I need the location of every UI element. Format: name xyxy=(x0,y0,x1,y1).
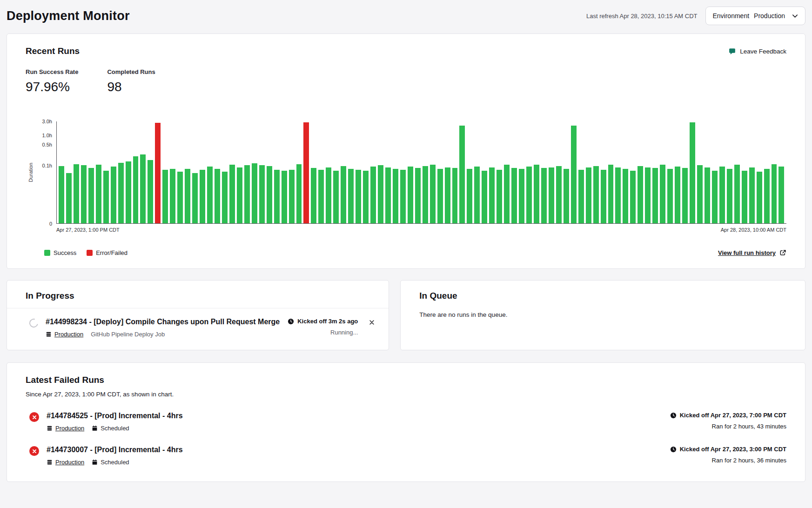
run-bar-success[interactable] xyxy=(638,166,643,223)
run-bar-success[interactable] xyxy=(504,165,510,223)
run-bar-success[interactable] xyxy=(660,165,665,223)
run-bar-success[interactable] xyxy=(393,169,398,223)
leave-feedback-link[interactable]: Leave Feedback xyxy=(728,47,786,55)
run-bar-success[interactable] xyxy=(88,168,94,223)
run-bar-success[interactable] xyxy=(445,167,450,223)
run-bar-success[interactable] xyxy=(645,167,651,223)
run-bar-success[interactable] xyxy=(126,161,131,223)
run-bar-success[interactable] xyxy=(408,167,413,223)
run-bar-success[interactable] xyxy=(66,173,72,223)
run-bar-success[interactable] xyxy=(118,163,124,223)
environment-link[interactable]: Production xyxy=(46,331,83,338)
run-bar-success[interactable] xyxy=(601,170,606,223)
run-bar-success[interactable] xyxy=(578,170,584,223)
run-bar-success[interactable] xyxy=(140,154,146,223)
view-full-run-history-link[interactable]: View full run history xyxy=(718,249,786,256)
run-bar-success[interactable] xyxy=(459,126,465,223)
run-bar-success[interactable] xyxy=(675,167,680,223)
run-bar-success[interactable] xyxy=(170,169,175,223)
run-bar-success[interactable] xyxy=(430,165,436,223)
run-bar-success[interactable] xyxy=(207,167,213,223)
run-bar-success[interactable] xyxy=(356,170,361,223)
run-bar-success[interactable] xyxy=(467,169,472,223)
run-bar-success[interactable] xyxy=(252,163,257,223)
run-bar-success[interactable] xyxy=(333,171,339,223)
run-bar-failed[interactable] xyxy=(303,122,309,223)
run-bar-success[interactable] xyxy=(705,167,710,223)
run-bar-success[interactable] xyxy=(363,171,369,223)
run-bar-success[interactable] xyxy=(652,168,658,223)
run-bar-success[interactable] xyxy=(764,169,770,223)
run-bar-success[interactable] xyxy=(200,170,205,223)
run-bar-failed[interactable] xyxy=(155,123,161,223)
run-bar-success[interactable] xyxy=(497,170,502,223)
run-bar-success[interactable] xyxy=(237,167,242,223)
run-bar-success[interactable] xyxy=(259,165,265,223)
run-bar-success[interactable] xyxy=(549,167,554,223)
run-bar-success[interactable] xyxy=(734,165,740,223)
run-bar-success[interactable] xyxy=(185,169,190,223)
run-bar-success[interactable] xyxy=(556,166,562,223)
run-bar-success[interactable] xyxy=(282,171,287,223)
run-bar-success[interactable] xyxy=(96,165,101,223)
run-bar-success[interactable] xyxy=(623,169,628,223)
run-bar-success[interactable] xyxy=(749,167,755,223)
run-bar-success[interactable] xyxy=(630,171,636,223)
run-bar-success[interactable] xyxy=(162,170,168,223)
run-bar-success[interactable] xyxy=(103,171,109,223)
run-bar-success[interactable] xyxy=(311,168,316,223)
environment-dropdown[interactable]: Environment Production xyxy=(705,7,805,25)
run-bar-success[interactable] xyxy=(215,169,220,223)
run-bar-success[interactable] xyxy=(757,172,762,223)
environment-link[interactable]: Production xyxy=(47,459,84,466)
run-bar-success[interactable] xyxy=(274,170,280,223)
run-bar-success[interactable] xyxy=(74,164,79,223)
run-bar-success[interactable] xyxy=(177,172,183,223)
run-bar-success[interactable] xyxy=(81,165,87,223)
run-bar-success[interactable] xyxy=(111,167,116,223)
run-bar-success[interactable] xyxy=(682,168,688,223)
run-bar-success[interactable] xyxy=(712,171,718,223)
run-bar-success[interactable] xyxy=(341,166,346,223)
run-bar-success[interactable] xyxy=(133,156,139,223)
run-bar-success[interactable] xyxy=(608,165,614,223)
run-bar-success[interactable] xyxy=(586,167,591,223)
run-bar-success[interactable] xyxy=(489,167,495,223)
run-bar-success[interactable] xyxy=(400,170,406,223)
run-bar-success[interactable] xyxy=(534,165,539,223)
run-bar-success[interactable] xyxy=(511,168,517,223)
close-button[interactable] xyxy=(367,318,376,327)
run-bar-success[interactable] xyxy=(697,165,703,223)
run-bar-success[interactable] xyxy=(267,166,272,223)
run-bar-success[interactable] xyxy=(423,166,428,223)
run-bar-success[interactable] xyxy=(526,167,532,223)
run-bar-success[interactable] xyxy=(452,168,458,223)
environment-link[interactable]: Production xyxy=(47,425,84,432)
run-bar-success[interactable] xyxy=(289,170,295,223)
run-bar-success[interactable] xyxy=(564,169,569,223)
run-bar-success[interactable] xyxy=(474,167,480,223)
run-bar-success[interactable] xyxy=(719,167,725,223)
run-bar-success[interactable] xyxy=(593,166,599,223)
run-bar-success[interactable] xyxy=(519,169,524,223)
run-bar-success[interactable] xyxy=(690,122,695,223)
run-bar-success[interactable] xyxy=(326,167,331,223)
run-bar-success[interactable] xyxy=(59,166,64,223)
run-bar-success[interactable] xyxy=(482,171,487,223)
run-bar-success[interactable] xyxy=(229,165,235,223)
run-bar-success[interactable] xyxy=(571,126,577,223)
run-bar-success[interactable] xyxy=(772,164,777,223)
run-bar-success[interactable] xyxy=(615,167,621,223)
run-bar-success[interactable] xyxy=(415,168,421,223)
run-bar-success[interactable] xyxy=(541,168,547,223)
run-bar-success[interactable] xyxy=(318,170,324,223)
run-bar-success[interactable] xyxy=(244,165,250,223)
run-bar-success[interactable] xyxy=(348,169,354,223)
run-bar-success[interactable] xyxy=(192,173,198,223)
run-bar-success[interactable] xyxy=(370,167,376,223)
run-bar-success[interactable] xyxy=(727,169,732,223)
run-bar-success[interactable] xyxy=(778,167,784,223)
run-bar-success[interactable] xyxy=(378,165,383,223)
run-bar-success[interactable] xyxy=(667,169,673,223)
run-bar-success[interactable] xyxy=(437,169,443,223)
